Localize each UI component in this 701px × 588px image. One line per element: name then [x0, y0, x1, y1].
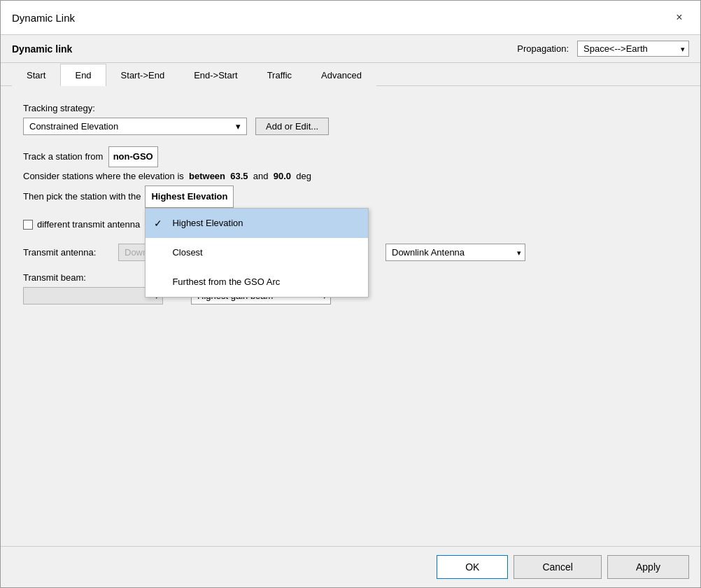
dropdown-item-closest[interactable]: Closest	[146, 238, 368, 267]
tab-traffic[interactable]: Traffic	[253, 64, 306, 86]
tracking-dropdown-value: Constrained Elevation	[29, 121, 118, 132]
toolbar: Dynamic link Propagation: Space<-->Earth	[1, 35, 700, 63]
transmit-beam-label: Transmit beam:	[23, 272, 163, 283]
pick-line: Then pick the station with the Highest E…	[23, 186, 678, 208]
different-antenna-label[interactable]: different transmit antenna	[23, 219, 140, 230]
track-prefix: Track a station from	[23, 151, 103, 162]
pick-dropdown-wrapper: Highest Elevation ✓ Highest Elevation Cl…	[145, 186, 234, 208]
cancel-button[interactable]: Cancel	[514, 555, 602, 579]
tab-end[interactable]: End	[60, 64, 106, 86]
transmit-beam-select[interactable]	[23, 287, 163, 304]
pick-prefix: Then pick the station with the	[23, 188, 141, 206]
tracking-dropdown-arrow: ▾	[236, 121, 241, 132]
tab-end-start[interactable]: End->Start	[179, 64, 253, 86]
different-antenna-text: different transmit antenna	[37, 219, 140, 230]
consider-val1: 63.5	[230, 171, 248, 181]
consider-val2: 90.0	[274, 171, 291, 181]
title-bar: Dynamic Link ×	[1, 1, 700, 35]
propagation-wrapper: Space<-->Earth	[577, 41, 689, 57]
station-type: non-GSO	[108, 146, 158, 167]
tab-start[interactable]: Start	[12, 64, 60, 86]
close-button[interactable]: ×	[670, 8, 689, 27]
consider-line: Consider stations where the elevation is…	[23, 167, 678, 186]
propagation-label: Propagation:	[517, 43, 569, 54]
add-edit-button[interactable]: Add or Edit...	[255, 118, 329, 135]
dropdown-item-highest-elevation[interactable]: ✓ Highest Elevation	[146, 209, 368, 238]
ok-button[interactable]: OK	[437, 555, 508, 579]
footer: OK Cancel Apply	[1, 546, 700, 587]
tracking-strategy-label: Tracking strategy:	[23, 103, 678, 113]
consider-unit: deg	[296, 171, 311, 181]
tracking-dropdown[interactable]: Constrained Elevation ▾	[23, 118, 247, 135]
consider-condition: between	[189, 171, 225, 181]
different-antenna-checkbox[interactable]	[23, 220, 33, 230]
receive-antenna-wrapper: Downlink Antenna	[385, 244, 525, 261]
tab-advanced[interactable]: Advanced	[306, 64, 376, 86]
propagation-select[interactable]: Space<-->Earth	[577, 41, 689, 57]
dialog-title: Dynamic Link	[12, 12, 75, 24]
tabs: Start End Start->End End->Start Traffic …	[1, 63, 700, 86]
dropdown-item-label-0: Highest Elevation	[172, 214, 243, 232]
pick-dropdown-menu: ✓ Highest Elevation Closest Furthest fro…	[145, 208, 369, 298]
transmit-beam-group: Transmit beam:	[23, 272, 163, 304]
tracking-section: Tracking strategy: Constrained Elevation…	[23, 103, 678, 135]
dropdown-item-label-1: Closest	[172, 244, 202, 262]
consider-conjunction: and	[253, 171, 269, 181]
pick-dropdown-trigger[interactable]: Highest Elevation	[145, 186, 234, 208]
dropdown-item-label-2: Furthest from the GSO Arc	[172, 273, 280, 291]
dropdown-item-furthest-gso[interactable]: Furthest from the GSO Arc	[146, 267, 368, 297]
apply-button[interactable]: Apply	[607, 555, 689, 579]
info-lines: Track a station from non-GSO Consider st…	[23, 146, 678, 208]
consider-prefix: Consider stations where the elevation is	[23, 171, 184, 181]
track-line: Track a station from non-GSO	[23, 146, 678, 167]
transmit-antenna-label: Transmit antenna:	[23, 247, 107, 258]
receive-antenna-select[interactable]: Downlink Antenna	[385, 244, 525, 261]
content: Tracking strategy: Constrained Elevation…	[1, 86, 700, 546]
tab-start-end[interactable]: Start->End	[106, 64, 180, 86]
tracking-row: Constrained Elevation ▾ Add or Edit...	[23, 118, 678, 135]
toolbar-title: Dynamic link	[12, 43, 72, 55]
pick-selected: Highest Elevation	[151, 188, 227, 206]
transmit-beam-wrapper	[23, 287, 163, 304]
dialog: Dynamic Link × Dynamic link Propagation:…	[0, 0, 701, 588]
check-icon: ✓	[154, 214, 162, 233]
